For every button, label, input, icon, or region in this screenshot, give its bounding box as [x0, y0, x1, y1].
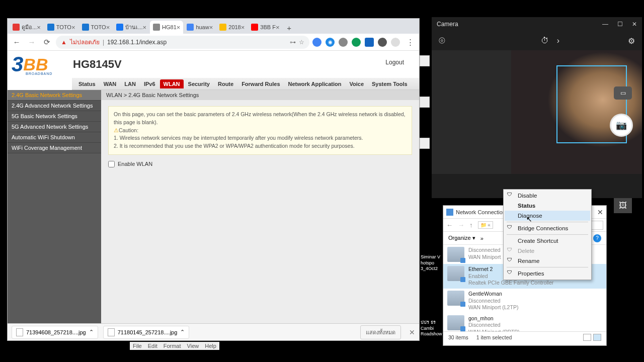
tab-close-icon[interactable]: ×: [106, 24, 110, 31]
bookmark-star-icon[interactable]: ☆: [299, 39, 304, 46]
chevron-up-icon[interactable]: ⌃: [180, 329, 185, 335]
connection-status: Disconnected: [468, 298, 518, 305]
sidebar-item[interactable]: 2.4G Advanced Network Settings: [8, 101, 101, 111]
browser-tab[interactable]: huaw×: [184, 21, 216, 34]
sidebar-item[interactable]: Automatic WiFi Shutdown: [8, 132, 101, 143]
capture-button[interactable]: 📷: [610, 114, 633, 137]
tab-close-icon[interactable]: ×: [71, 24, 75, 31]
timer-icon[interactable]: ⏱: [541, 36, 549, 45]
router-tab-ipv6[interactable]: IPv6: [140, 79, 159, 88]
menu-file[interactable]: File: [133, 343, 142, 349]
sidebar-item[interactable]: 2.4G Basic Network Settings: [8, 90, 101, 101]
extension-icon[interactable]: [378, 38, 387, 47]
menu-edit[interactable]: Edit: [148, 343, 157, 349]
forward-button[interactable]: →: [458, 221, 464, 229]
router-tab-system-tools[interactable]: System Tools: [368, 79, 411, 88]
settings-gear-icon[interactable]: ⚙: [628, 36, 635, 46]
enable-wlan-checkbox[interactable]: [108, 161, 115, 167]
router-tab-lan[interactable]: LAN: [121, 79, 139, 88]
chevron-up-icon[interactable]: ⌃: [89, 329, 94, 335]
path-box[interactable]: 📁 «: [478, 221, 493, 229]
desktop-file-icon[interactable]: [420, 55, 430, 66]
connection-item[interactable]: GentleWomanDisconnectedWAN Miniport (L2T…: [443, 289, 606, 313]
new-tab-button[interactable]: +: [283, 22, 295, 34]
browser-tab[interactable]: บ้านเ...×: [113, 21, 149, 34]
forward-button[interactable]: →: [26, 36, 38, 48]
router-tab-wan[interactable]: WAN: [100, 79, 120, 88]
chrome-menu-button[interactable]: ⋮: [404, 36, 416, 48]
menu-status[interactable]: Status: [505, 201, 590, 211]
menu-help[interactable]: Help: [205, 343, 216, 349]
extension-icon[interactable]: [352, 38, 361, 47]
browser-tab[interactable]: TOTO×: [79, 21, 113, 34]
router-tab-voice[interactable]: Voice: [346, 79, 367, 88]
download-item[interactable]: 71394608_257218....jpg ⌃: [12, 326, 98, 339]
browser-tab[interactable]: 2018×: [216, 21, 248, 34]
help-icon[interactable]: ?: [593, 234, 601, 242]
browser-tab[interactable]: ดูมือ...×: [10, 21, 44, 34]
gallery-button[interactable]: 🖼: [614, 198, 632, 213]
view-details-button[interactable]: [583, 334, 591, 341]
window-maximize-button[interactable]: ☐: [617, 21, 623, 28]
toolbar-more[interactable]: »: [480, 235, 484, 241]
sidebar-item[interactable]: WiFi Coverage Management: [8, 143, 101, 153]
router-tab-forward-rules[interactable]: Forward Rules: [238, 79, 283, 88]
browser-tab[interactable]: 3BB F×: [248, 21, 282, 34]
router-tab-route[interactable]: Route: [214, 79, 237, 88]
menu-create-shortcut[interactable]: Create Shortcut: [505, 236, 590, 246]
download-item[interactable]: 71180145_257218....jpg ⌃: [103, 326, 190, 339]
menu-view[interactable]: View: [187, 343, 199, 349]
tab-close-icon[interactable]: ×: [37, 24, 41, 31]
sidebar-item[interactable]: 5G Advanced Network Settings: [8, 122, 101, 132]
favicon: [251, 24, 258, 31]
view-icons-button[interactable]: [593, 334, 601, 341]
extension-icon[interactable]: [365, 38, 374, 47]
window-minimize-button[interactable]: —: [602, 21, 608, 28]
menu-bridge-connections[interactable]: Bridge Connections: [505, 223, 590, 233]
key-icon[interactable]: ⊶: [290, 39, 296, 46]
connection-item[interactable]: gon_mhonDisconnectedWAN Miniport (PPTP): [443, 313, 606, 331]
tab-close-icon[interactable]: ×: [177, 24, 181, 31]
extension-icon[interactable]: [339, 38, 348, 47]
menu-disable[interactable]: Disable: [505, 191, 590, 201]
browser-tab[interactable]: TOTO×: [44, 21, 78, 34]
menu-rename[interactable]: Rename: [505, 256, 590, 266]
menu-format[interactable]: Format: [164, 343, 181, 349]
show-all-downloads-button[interactable]: แสดงทั้งหมด: [360, 325, 401, 339]
reload-button[interactable]: ⟳: [41, 36, 53, 48]
menu-properties[interactable]: Properties: [505, 268, 590, 279]
sidebar-item[interactable]: 5G Basic Network Settings: [8, 111, 101, 122]
close-shelf-button[interactable]: ✕: [409, 328, 415, 336]
tab-close-icon[interactable]: ×: [142, 24, 146, 31]
video-mode-button[interactable]: ▭: [614, 86, 632, 100]
router-tab-status[interactable]: Status: [75, 79, 99, 88]
extension-icon[interactable]: [312, 38, 321, 47]
tab-label: 2018: [228, 24, 240, 30]
adapter-icon: [447, 315, 464, 330]
tab-label: ดูมือ...: [22, 23, 37, 32]
menu-diagnose[interactable]: Diagnose: [505, 211, 590, 221]
logout-link[interactable]: Logout: [385, 59, 404, 66]
window-close-button[interactable]: ✕: [597, 208, 603, 216]
desktop-file-icon[interactable]: [420, 97, 430, 108]
router-tab-security[interactable]: Security: [185, 79, 213, 88]
enable-wlan-label: Enable WLAN: [118, 161, 152, 167]
camera-mode-icon[interactable]: ⦾: [439, 36, 445, 45]
extension-icon[interactable]: ◉: [326, 38, 335, 47]
organize-menu[interactable]: Organize ▾: [448, 235, 475, 241]
desktop-file-icon[interactable]: [420, 138, 430, 149]
profile-avatar[interactable]: [391, 38, 400, 47]
url-input[interactable]: ▲ ไม่ปลอดภัย | 192.168.1.1/index.asp ⊶ ☆: [56, 36, 309, 49]
router-tab-network-application[interactable]: Network Application: [285, 79, 345, 88]
tab-close-icon[interactable]: ×: [209, 24, 213, 31]
chevron-right-icon[interactable]: ›: [557, 36, 559, 45]
window-close-button[interactable]: ✕: [632, 21, 637, 28]
router-tab-wlan[interactable]: WLAN: [160, 79, 184, 88]
browser-tab[interactable]: HG81×: [150, 21, 183, 34]
back-button[interactable]: ←: [11, 36, 23, 48]
tab-close-icon[interactable]: ×: [276, 24, 280, 31]
favicon: [116, 24, 123, 31]
back-button[interactable]: ←: [446, 221, 453, 229]
up-button[interactable]: ↑: [469, 221, 473, 229]
tab-close-icon[interactable]: ×: [241, 24, 245, 31]
